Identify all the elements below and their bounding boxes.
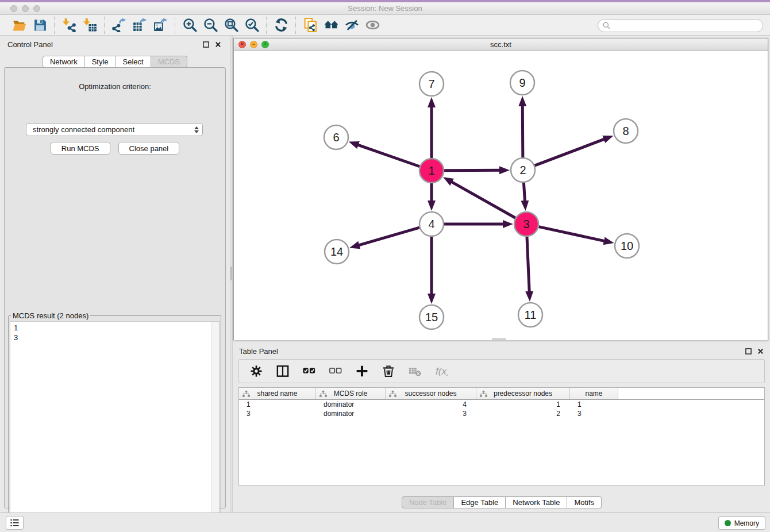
table-float-panel-icon[interactable] [745, 348, 752, 355]
criterion-dropdown[interactable]: strongly connected component [26, 123, 203, 136]
tab-network[interactable]: Network [43, 56, 85, 68]
refresh-view-icon[interactable] [272, 17, 290, 34]
table-close-panel-icon[interactable] [757, 348, 764, 355]
graph-edge-4-14[interactable] [357, 228, 419, 246]
table-cell-shared-name[interactable]: 3 [239, 409, 316, 418]
show-hidden-icon[interactable] [364, 17, 381, 34]
graph-node-label: 11 [525, 309, 537, 321]
tab-node-table[interactable]: Node Table [402, 496, 455, 508]
zoom-selected-icon[interactable] [243, 17, 260, 34]
graph-node-2[interactable]: 2 [511, 158, 535, 182]
export-image-icon[interactable] [152, 17, 169, 34]
column-header-MCDS-role[interactable]: MCDS role [316, 388, 386, 399]
graph-edge-2-8[interactable] [535, 138, 606, 165]
column-header-predecessor-nodes[interactable]: predecessor nodes [476, 388, 570, 399]
table-settings-icon[interactable] [248, 363, 264, 379]
table-body: 1dominator4113dominator323 [239, 400, 764, 418]
table-cell-predecessor-nodes[interactable]: 2 [476, 409, 570, 418]
graph-node-9[interactable]: 9 [510, 71, 534, 95]
graph-edge-3-1[interactable] [450, 181, 515, 218]
tab-motifs[interactable]: Motifs [567, 496, 602, 508]
close-panel-button[interactable]: Close panel [118, 142, 180, 155]
network-canvas[interactable]: 7968124314101511 [234, 51, 768, 340]
result-scrollbar[interactable] [211, 322, 219, 530]
graph-node-14[interactable]: 14 [325, 240, 349, 264]
graph-edge-1-2[interactable] [444, 170, 502, 171]
graph-node-6[interactable]: 6 [324, 125, 348, 149]
mcds-result-list[interactable]: 13 [10, 321, 220, 530]
graph-node-8[interactable]: 8 [614, 119, 638, 143]
table-cell-name[interactable]: 3 [570, 409, 618, 418]
select-all-columns-icon[interactable] [301, 363, 317, 379]
graph-node-4[interactable]: 4 [419, 212, 444, 236]
graph-node-7[interactable]: 7 [419, 72, 444, 96]
show-panels-list-button[interactable] [6, 516, 24, 530]
tab-style[interactable]: Style [85, 56, 116, 68]
unselect-all-columns-icon[interactable] [328, 363, 344, 379]
tab-select[interactable]: Select [116, 56, 151, 68]
column-header-shared-name[interactable]: shared name [239, 388, 316, 399]
run-mcds-button[interactable]: Run MCDS [51, 142, 110, 155]
graph-edge-2-3[interactable] [523, 183, 525, 203]
zoom-fit-icon[interactable] [222, 17, 240, 34]
node-table[interactable]: shared nameMCDS rolesuccessor nodesprede… [238, 387, 765, 485]
network-window-titlebar[interactable]: ✕ − + scc.txt [234, 38, 768, 51]
table-row[interactable]: 1dominator411 [239, 400, 764, 409]
graph-node-10[interactable]: 10 [615, 234, 639, 258]
tab-edge-table[interactable]: Edge Table [454, 496, 506, 508]
graph-node-label: 2 [519, 164, 526, 176]
graph-node-15[interactable]: 15 [419, 305, 444, 329]
column-header-name[interactable]: name [570, 388, 618, 399]
export-network-icon[interactable] [110, 17, 128, 34]
table-cell-predecessor-nodes[interactable]: 1 [476, 400, 570, 409]
export-table-icon[interactable] [131, 17, 148, 34]
mcds-result-title: MCDS result (2 nodes) [11, 311, 90, 320]
graph-node-11[interactable]: 11 [518, 303, 542, 327]
tab-mcds[interactable]: MCDS [151, 56, 187, 68]
column-header-label: name [585, 390, 602, 398]
column-header-label: MCDS role [334, 390, 368, 398]
search-input[interactable] [610, 21, 763, 31]
table-cell-successor-nodes[interactable]: 4 [386, 400, 476, 409]
network-graph[interactable]: 7968124314101511 [234, 51, 768, 340]
table-cell-shared-name[interactable]: 1 [239, 400, 316, 409]
tab-network-table[interactable]: Network Table [506, 496, 567, 508]
open-session-icon[interactable] [10, 17, 28, 34]
import-network-icon[interactable] [60, 17, 78, 34]
format-columns-icon[interactable] [275, 363, 291, 379]
column-type-icon [389, 391, 396, 399]
create-column-icon[interactable] [354, 363, 370, 379]
memory-button[interactable]: Memory [718, 516, 765, 530]
table-cell-successor-nodes[interactable]: 3 [386, 409, 476, 418]
table-cell-MCDS-role[interactable]: dominator [316, 400, 386, 409]
first-neighbors-icon[interactable] [322, 17, 340, 34]
graph-edge-1-6[interactable] [356, 144, 419, 167]
float-panel-icon[interactable] [202, 41, 210, 48]
close-panel-icon[interactable] [214, 41, 222, 48]
graph-edge-3-10[interactable] [538, 227, 606, 241]
graph-edge-2-9[interactable] [522, 104, 523, 157]
vertical-splitter[interactable] [230, 36, 233, 512]
table-cell-MCDS-role[interactable]: dominator [316, 409, 386, 418]
table-cell-name[interactable]: 1 [570, 400, 618, 409]
graph-edge-3-11[interactable] [527, 237, 529, 294]
search-box[interactable] [598, 19, 763, 32]
main-toolbar-icons [5, 17, 387, 34]
toolbar-group [55, 17, 105, 34]
table-panel-header: Table Panel [233, 342, 770, 358]
delete-columns-icon[interactable] [380, 363, 396, 379]
graph-node-3[interactable]: 3 [514, 212, 538, 236]
column-header-successor-nodes[interactable]: successor nodes [386, 388, 476, 399]
list-icon [10, 518, 20, 527]
clone-network-icon[interactable] [302, 17, 319, 34]
zoom-out-icon[interactable] [202, 17, 219, 34]
splitter-handle[interactable] [230, 267, 232, 280]
graph-node-1[interactable]: 1 [419, 159, 444, 183]
hide-selected-icon[interactable] [343, 17, 360, 34]
import-table-icon[interactable] [81, 17, 98, 34]
save-session-icon[interactable] [31, 17, 48, 34]
zoom-in-icon[interactable] [181, 17, 198, 34]
horizontal-splitter-handle[interactable] [492, 338, 506, 341]
column-type-icon [319, 391, 327, 399]
table-row[interactable]: 3dominator323 [239, 409, 764, 418]
